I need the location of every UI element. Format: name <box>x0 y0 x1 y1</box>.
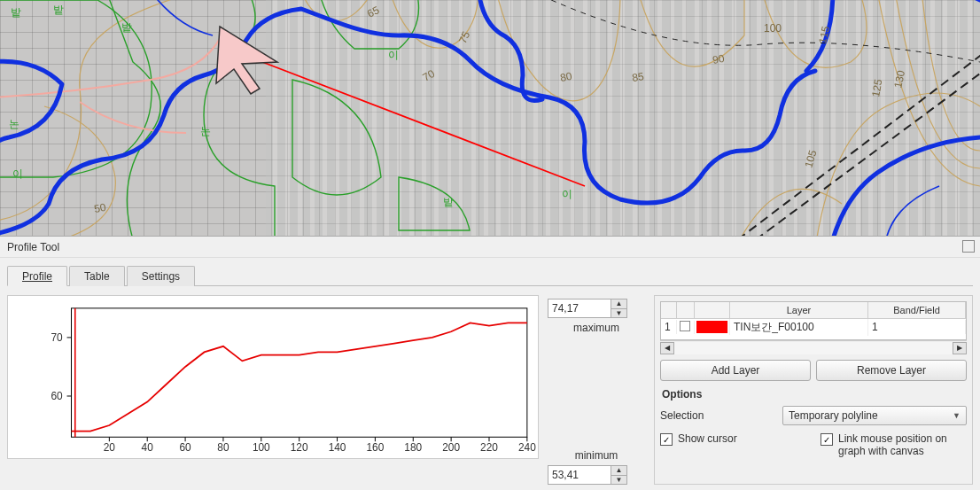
svg-text:220: 220 <box>480 441 498 454</box>
svg-text:240: 240 <box>518 441 536 454</box>
min-label: minimum <box>548 449 645 462</box>
add-layer-button[interactable]: Add Layer <box>660 360 811 381</box>
panel-title-bar: Profile Tool <box>0 237 980 258</box>
selection-label: Selection <box>660 409 775 422</box>
svg-text:밭: 밭 <box>443 196 454 208</box>
svg-text:40: 40 <box>142 441 154 454</box>
svg-text:밭: 밭 <box>121 21 132 34</box>
svg-text:밭: 밭 <box>53 4 64 16</box>
svg-text:이: 이 <box>388 49 399 61</box>
svg-text:밭: 밭 <box>11 6 21 19</box>
panel-title: Profile Tool <box>7 241 59 253</box>
col-band: Band/Field <box>868 302 966 318</box>
svg-text:70: 70 <box>51 331 63 344</box>
svg-text:논: 논 <box>200 125 211 137</box>
svg-text:120: 120 <box>291 441 308 454</box>
tab-table[interactable]: Table <box>69 266 125 286</box>
svg-text:100: 100 <box>253 441 270 454</box>
min-spinner[interactable]: ▲▼ <box>548 465 645 485</box>
svg-text:논: 논 <box>9 118 19 130</box>
map-canvas[interactable]: 50 65 70 75 80 85 90 100 105 115 125 130… <box>0 0 980 237</box>
svg-text:160: 160 <box>367 441 385 454</box>
svg-text:60: 60 <box>51 390 63 402</box>
svg-text:180: 180 <box>404 441 422 454</box>
svg-text:80: 80 <box>217 441 229 454</box>
layer-color-swatch[interactable] <box>696 321 728 333</box>
options-heading: Options <box>662 388 967 401</box>
svg-text:이: 이 <box>562 188 572 200</box>
layer-visible-checkbox[interactable] <box>680 321 690 331</box>
profile-chart[interactable]: 607020406080100120140160180200220240 <box>7 295 539 459</box>
show-cursor-label: Show cursor <box>678 432 806 445</box>
svg-text:100: 100 <box>764 22 782 35</box>
up-icon[interactable]: ▲ <box>611 466 626 476</box>
max-label: maximum <box>548 322 645 334</box>
svg-text:85: 85 <box>631 70 644 84</box>
svg-text:20: 20 <box>104 441 116 454</box>
svg-text:50: 50 <box>93 201 107 215</box>
svg-text:200: 200 <box>442 441 460 454</box>
selection-dropdown[interactable]: Temporary polyline ▼ <box>782 406 967 425</box>
down-icon[interactable]: ▼ <box>611 309 626 318</box>
svg-rect-5 <box>0 0 980 237</box>
col-layer: Layer <box>730 302 868 318</box>
show-cursor-checkbox[interactable] <box>660 433 673 446</box>
svg-text:이: 이 <box>12 167 23 180</box>
svg-text:140: 140 <box>329 441 346 454</box>
chevron-down-icon: ▼ <box>953 411 961 420</box>
table-row[interactable]: 1 TIN보간_F00100 1 <box>661 319 966 335</box>
svg-text:90: 90 <box>712 52 726 66</box>
link-mouse-checkbox[interactable] <box>821 433 833 446</box>
max-spinner[interactable]: ▲▼ <box>548 299 645 318</box>
up-icon[interactable]: ▲ <box>611 299 626 309</box>
tab-profile[interactable]: Profile <box>7 266 67 286</box>
scroll-right-icon[interactable]: ▶ <box>953 342 967 354</box>
tab-settings[interactable]: Settings <box>127 266 195 286</box>
down-icon[interactable]: ▼ <box>611 476 626 485</box>
svg-text:60: 60 <box>179 441 191 454</box>
remove-layer-button[interactable]: Remove Layer <box>816 360 967 381</box>
dock-icon[interactable] <box>962 240 975 253</box>
min-input[interactable] <box>548 465 611 485</box>
tab-bar: Profile Table Settings <box>7 265 973 286</box>
layer-table[interactable]: Layer Band/Field 1 TIN보간_F00100 1 <box>660 301 967 340</box>
scroll-left-icon[interactable]: ◀ <box>660 342 674 354</box>
max-input[interactable] <box>548 299 611 318</box>
svg-text:80: 80 <box>559 70 573 84</box>
link-mouse-label: Link mouse position on graph with canvas <box>838 432 967 457</box>
h-scrollbar[interactable]: ◀ ▶ <box>660 340 967 354</box>
